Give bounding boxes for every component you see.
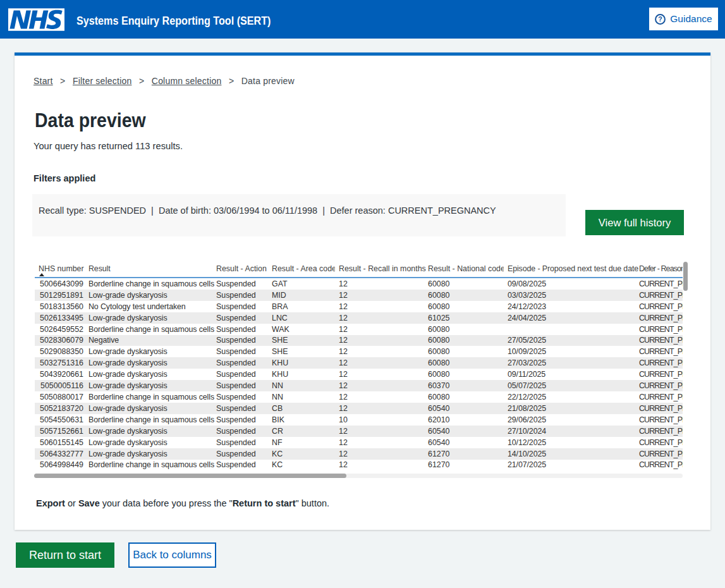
svg-text:?: ? — [659, 15, 662, 23]
